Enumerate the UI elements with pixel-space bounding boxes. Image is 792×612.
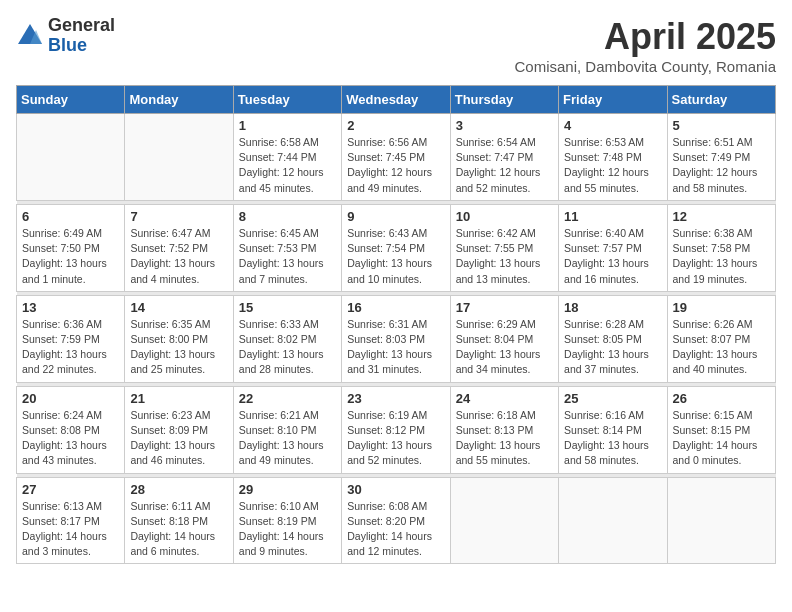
day-number: 2 xyxy=(347,118,444,133)
calendar-day-cell: 6Sunrise: 6:49 AM Sunset: 7:50 PM Daylig… xyxy=(17,204,125,291)
day-number: 9 xyxy=(347,209,444,224)
day-number: 18 xyxy=(564,300,661,315)
calendar-day-cell xyxy=(667,477,775,564)
day-detail: Sunrise: 6:24 AM Sunset: 8:08 PM Dayligh… xyxy=(22,408,119,469)
calendar-day-cell: 12Sunrise: 6:38 AM Sunset: 7:58 PM Dayli… xyxy=(667,204,775,291)
calendar-day-cell xyxy=(17,114,125,201)
calendar-day-cell xyxy=(125,114,233,201)
calendar-day-cell: 11Sunrise: 6:40 AM Sunset: 7:57 PM Dayli… xyxy=(559,204,667,291)
day-number: 20 xyxy=(22,391,119,406)
day-detail: Sunrise: 6:56 AM Sunset: 7:45 PM Dayligh… xyxy=(347,135,444,196)
calendar-day-cell: 16Sunrise: 6:31 AM Sunset: 8:03 PM Dayli… xyxy=(342,295,450,382)
day-detail: Sunrise: 6:15 AM Sunset: 8:15 PM Dayligh… xyxy=(673,408,770,469)
weekday-header: Wednesday xyxy=(342,86,450,114)
day-number: 27 xyxy=(22,482,119,497)
day-number: 26 xyxy=(673,391,770,406)
calendar-day-cell: 28Sunrise: 6:11 AM Sunset: 8:18 PM Dayli… xyxy=(125,477,233,564)
day-number: 3 xyxy=(456,118,553,133)
day-number: 23 xyxy=(347,391,444,406)
day-detail: Sunrise: 6:43 AM Sunset: 7:54 PM Dayligh… xyxy=(347,226,444,287)
calendar-table: SundayMondayTuesdayWednesdayThursdayFrid… xyxy=(16,85,776,564)
day-detail: Sunrise: 6:13 AM Sunset: 8:17 PM Dayligh… xyxy=(22,499,119,560)
day-detail: Sunrise: 6:36 AM Sunset: 7:59 PM Dayligh… xyxy=(22,317,119,378)
day-detail: Sunrise: 6:58 AM Sunset: 7:44 PM Dayligh… xyxy=(239,135,336,196)
day-number: 21 xyxy=(130,391,227,406)
day-number: 5 xyxy=(673,118,770,133)
calendar-day-cell: 17Sunrise: 6:29 AM Sunset: 8:04 PM Dayli… xyxy=(450,295,558,382)
day-number: 7 xyxy=(130,209,227,224)
calendar-day-cell: 7Sunrise: 6:47 AM Sunset: 7:52 PM Daylig… xyxy=(125,204,233,291)
day-detail: Sunrise: 6:33 AM Sunset: 8:02 PM Dayligh… xyxy=(239,317,336,378)
day-number: 15 xyxy=(239,300,336,315)
calendar-day-cell: 4Sunrise: 6:53 AM Sunset: 7:48 PM Daylig… xyxy=(559,114,667,201)
day-detail: Sunrise: 6:28 AM Sunset: 8:05 PM Dayligh… xyxy=(564,317,661,378)
logo-icon xyxy=(16,22,44,50)
day-detail: Sunrise: 6:47 AM Sunset: 7:52 PM Dayligh… xyxy=(130,226,227,287)
day-number: 14 xyxy=(130,300,227,315)
weekday-header: Monday xyxy=(125,86,233,114)
calendar-day-cell xyxy=(559,477,667,564)
calendar-day-cell: 13Sunrise: 6:36 AM Sunset: 7:59 PM Dayli… xyxy=(17,295,125,382)
weekday-header: Saturday xyxy=(667,86,775,114)
calendar-day-cell: 1Sunrise: 6:58 AM Sunset: 7:44 PM Daylig… xyxy=(233,114,341,201)
day-number: 1 xyxy=(239,118,336,133)
logo-blue-text: Blue xyxy=(48,36,115,56)
weekday-header: Friday xyxy=(559,86,667,114)
day-detail: Sunrise: 6:08 AM Sunset: 8:20 PM Dayligh… xyxy=(347,499,444,560)
page-header: General Blue April 2025 Comisani, Dambov… xyxy=(16,16,776,75)
calendar-day-cell: 14Sunrise: 6:35 AM Sunset: 8:00 PM Dayli… xyxy=(125,295,233,382)
day-number: 16 xyxy=(347,300,444,315)
day-number: 6 xyxy=(22,209,119,224)
day-detail: Sunrise: 6:21 AM Sunset: 8:10 PM Dayligh… xyxy=(239,408,336,469)
day-number: 4 xyxy=(564,118,661,133)
day-detail: Sunrise: 6:54 AM Sunset: 7:47 PM Dayligh… xyxy=(456,135,553,196)
calendar-day-cell: 19Sunrise: 6:26 AM Sunset: 8:07 PM Dayli… xyxy=(667,295,775,382)
day-detail: Sunrise: 6:16 AM Sunset: 8:14 PM Dayligh… xyxy=(564,408,661,469)
logo: General Blue xyxy=(16,16,115,56)
day-number: 29 xyxy=(239,482,336,497)
day-number: 28 xyxy=(130,482,227,497)
day-number: 11 xyxy=(564,209,661,224)
calendar-day-cell: 24Sunrise: 6:18 AM Sunset: 8:13 PM Dayli… xyxy=(450,386,558,473)
day-detail: Sunrise: 6:29 AM Sunset: 8:04 PM Dayligh… xyxy=(456,317,553,378)
calendar-week-row: 27Sunrise: 6:13 AM Sunset: 8:17 PM Dayli… xyxy=(17,477,776,564)
calendar-day-cell: 18Sunrise: 6:28 AM Sunset: 8:05 PM Dayli… xyxy=(559,295,667,382)
day-number: 25 xyxy=(564,391,661,406)
day-number: 13 xyxy=(22,300,119,315)
day-detail: Sunrise: 6:40 AM Sunset: 7:57 PM Dayligh… xyxy=(564,226,661,287)
weekday-header: Tuesday xyxy=(233,86,341,114)
calendar-day-cell: 15Sunrise: 6:33 AM Sunset: 8:02 PM Dayli… xyxy=(233,295,341,382)
day-number: 19 xyxy=(673,300,770,315)
calendar-day-cell xyxy=(450,477,558,564)
calendar-week-row: 6Sunrise: 6:49 AM Sunset: 7:50 PM Daylig… xyxy=(17,204,776,291)
calendar-week-row: 20Sunrise: 6:24 AM Sunset: 8:08 PM Dayli… xyxy=(17,386,776,473)
location-subtitle: Comisani, Dambovita County, Romania xyxy=(515,58,777,75)
month-title: April 2025 xyxy=(515,16,777,58)
day-number: 10 xyxy=(456,209,553,224)
day-detail: Sunrise: 6:19 AM Sunset: 8:12 PM Dayligh… xyxy=(347,408,444,469)
title-area: April 2025 Comisani, Dambovita County, R… xyxy=(515,16,777,75)
calendar-day-cell: 29Sunrise: 6:10 AM Sunset: 8:19 PM Dayli… xyxy=(233,477,341,564)
calendar-day-cell: 27Sunrise: 6:13 AM Sunset: 8:17 PM Dayli… xyxy=(17,477,125,564)
calendar-day-cell: 30Sunrise: 6:08 AM Sunset: 8:20 PM Dayli… xyxy=(342,477,450,564)
calendar-day-cell: 23Sunrise: 6:19 AM Sunset: 8:12 PM Dayli… xyxy=(342,386,450,473)
calendar-day-cell: 9Sunrise: 6:43 AM Sunset: 7:54 PM Daylig… xyxy=(342,204,450,291)
day-detail: Sunrise: 6:45 AM Sunset: 7:53 PM Dayligh… xyxy=(239,226,336,287)
day-detail: Sunrise: 6:31 AM Sunset: 8:03 PM Dayligh… xyxy=(347,317,444,378)
day-detail: Sunrise: 6:51 AM Sunset: 7:49 PM Dayligh… xyxy=(673,135,770,196)
day-number: 12 xyxy=(673,209,770,224)
day-number: 8 xyxy=(239,209,336,224)
day-detail: Sunrise: 6:53 AM Sunset: 7:48 PM Dayligh… xyxy=(564,135,661,196)
day-detail: Sunrise: 6:42 AM Sunset: 7:55 PM Dayligh… xyxy=(456,226,553,287)
calendar-day-cell: 2Sunrise: 6:56 AM Sunset: 7:45 PM Daylig… xyxy=(342,114,450,201)
calendar-day-cell: 8Sunrise: 6:45 AM Sunset: 7:53 PM Daylig… xyxy=(233,204,341,291)
calendar-day-cell: 10Sunrise: 6:42 AM Sunset: 7:55 PM Dayli… xyxy=(450,204,558,291)
day-number: 22 xyxy=(239,391,336,406)
calendar-day-cell: 5Sunrise: 6:51 AM Sunset: 7:49 PM Daylig… xyxy=(667,114,775,201)
day-detail: Sunrise: 6:11 AM Sunset: 8:18 PM Dayligh… xyxy=(130,499,227,560)
calendar-day-cell: 26Sunrise: 6:15 AM Sunset: 8:15 PM Dayli… xyxy=(667,386,775,473)
day-detail: Sunrise: 6:38 AM Sunset: 7:58 PM Dayligh… xyxy=(673,226,770,287)
day-detail: Sunrise: 6:23 AM Sunset: 8:09 PM Dayligh… xyxy=(130,408,227,469)
day-number: 17 xyxy=(456,300,553,315)
calendar-header-row: SundayMondayTuesdayWednesdayThursdayFrid… xyxy=(17,86,776,114)
